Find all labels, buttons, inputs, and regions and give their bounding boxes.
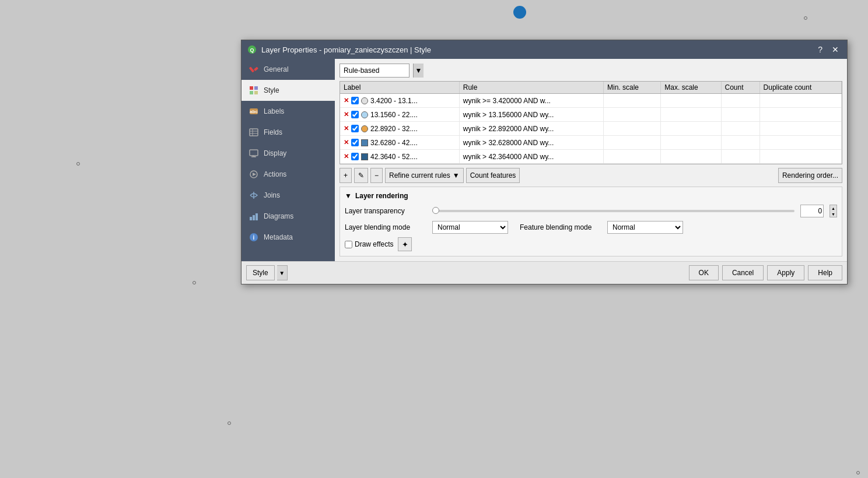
add-rule-button[interactable]: +	[340, 168, 352, 183]
table-row[interactable]: ✕ 32.6280 - 42.... wynik > 32.628000 AND…	[340, 136, 842, 150]
transparency-spin-buttons: ▲ ▼	[830, 205, 837, 217]
rule-max-scale-cell	[661, 94, 721, 108]
edit-icon: ✎	[358, 171, 364, 180]
count-features-button[interactable]: Count features	[466, 168, 520, 183]
sidebar-label-fields: Fields	[264, 128, 282, 136]
rendering-order-label: Rendering order...	[782, 171, 838, 180]
dialog-body: General Style abc Labels	[242, 59, 847, 261]
rendering-order-button[interactable]: Rendering order...	[778, 168, 842, 183]
sidebar-item-display[interactable]: Display	[242, 143, 335, 164]
transparency-value-input[interactable]: 0	[800, 205, 824, 217]
decorative-dot-3	[192, 281, 196, 284]
rule-count-cell	[721, 94, 760, 108]
remove-icon: −	[374, 171, 379, 180]
draw-effects-label: Draw effects	[355, 240, 393, 248]
rule-dup-count-cell	[760, 94, 841, 108]
ok-button[interactable]: OK	[689, 265, 719, 280]
transparency-label: Layer transparency	[345, 207, 426, 215]
sidebar-label-actions: Actions	[264, 170, 286, 178]
joins-icon	[249, 190, 259, 201]
draw-effects-settings-button[interactable]: ✦	[398, 237, 412, 251]
rule-min-scale-cell	[603, 122, 660, 136]
transparency-spin-up[interactable]: ▲	[830, 205, 836, 211]
rules-table-container: Label Rule Min. scale Max. scale Count D…	[340, 81, 842, 164]
content-panel: Rule-based ▼ Label Rule Min. scale Max. …	[335, 59, 847, 261]
decorative-dot-5	[856, 471, 860, 475]
close-button[interactable]: ✕	[830, 45, 841, 54]
rule-checkbox[interactable]	[351, 125, 359, 132]
rule-checkbox[interactable]	[351, 153, 359, 160]
rules-table: Label Rule Min. scale Max. scale Count D…	[340, 82, 842, 164]
layer-properties-dialog: Q Layer Properties - pomiary_zanieczyszc…	[241, 40, 848, 284]
table-row[interactable]: ✕ 22.8920 - 32.... wynik > 22.892000 AND…	[340, 122, 842, 136]
rule-remove-icon[interactable]: ✕	[344, 139, 349, 146]
rule-count-cell	[721, 136, 760, 150]
rule-actions-cell: ✕ 32.6280 - 42....	[340, 136, 459, 150]
bottom-bar: Style ▼ OK Cancel Apply Help	[242, 261, 847, 284]
style-type-dropdown-arrow[interactable]: ▼	[413, 64, 424, 78]
rule-dup-count-cell	[760, 122, 841, 136]
rule-checkbox[interactable]	[351, 111, 359, 118]
style-type-select[interactable]: Rule-based	[340, 64, 410, 78]
rule-actions: ✕ 32.6280 - 42....	[344, 139, 456, 147]
help-button[interactable]: ?	[816, 45, 825, 54]
rule-checkbox[interactable]	[351, 97, 359, 104]
rule-remove-icon[interactable]: ✕	[344, 97, 349, 104]
rule-min-scale-cell	[603, 108, 660, 122]
sidebar-item-joins[interactable]: Joins	[242, 185, 335, 206]
rule-checkbox[interactable]	[351, 139, 359, 146]
transparency-slider-container	[432, 210, 794, 212]
style-type-value: Rule-based	[344, 66, 379, 75]
apply-button[interactable]: Apply	[767, 265, 804, 280]
sidebar-item-actions[interactable]: Actions	[242, 164, 335, 185]
draw-effects-checkbox[interactable]	[345, 241, 352, 248]
cancel-button[interactable]: Cancel	[722, 265, 764, 280]
sidebar-item-style[interactable]: Style	[242, 80, 335, 101]
rule-remove-icon[interactable]: ✕	[344, 153, 349, 160]
rule-max-scale-cell	[661, 108, 721, 122]
actions-icon	[249, 169, 259, 180]
sidebar-item-fields[interactable]: Fields	[242, 122, 335, 143]
slider-thumb[interactable]	[432, 207, 439, 214]
rule-actions: ✕ 3.4200 - 13.1...	[344, 97, 456, 105]
table-row[interactable]: ✕ 42.3640 - 52.... wynik > 42.364000 AND…	[340, 150, 842, 164]
refine-rules-button[interactable]: Refine current rules ▼	[385, 168, 464, 183]
fields-icon	[249, 127, 259, 138]
table-row[interactable]: ✕ 13.1560 - 22.... wynik > 13.156000 AND…	[340, 108, 842, 122]
rule-actions-cell: ✕ 13.1560 - 22....	[340, 108, 459, 122]
dialog-titlebar: Q Layer Properties - pomiary_zanieczyszc…	[242, 40, 847, 59]
sidebar-item-labels[interactable]: abc Labels	[242, 101, 335, 122]
svg-text:Q: Q	[250, 47, 254, 53]
sidebar-item-metadata[interactable]: i Metadata	[242, 227, 335, 248]
style-save-button[interactable]: Style	[246, 265, 275, 280]
layer-rendering-section: ▼ Layer rendering Layer transparency 0 ▲…	[340, 187, 842, 256]
metadata-icon: i	[249, 232, 259, 242]
edit-rule-button[interactable]: ✎	[354, 168, 368, 183]
rule-dup-count-cell	[760, 108, 841, 122]
sidebar-item-diagrams[interactable]: Diagrams	[242, 206, 335, 227]
display-icon	[249, 148, 259, 159]
rule-remove-icon[interactable]: ✕	[344, 125, 349, 132]
style-selector-row: Rule-based ▼	[340, 64, 842, 78]
dialog-title: Layer Properties - pomiary_zanieczyszcze…	[261, 45, 431, 54]
help-dialog-button[interactable]: Help	[808, 265, 842, 280]
sidebar-label-display: Display	[264, 149, 286, 157]
rule-remove-icon[interactable]: ✕	[344, 111, 349, 118]
titlebar-controls: ? ✕	[816, 45, 841, 54]
sidebar-item-general[interactable]: General	[242, 59, 335, 80]
rule-label: 42.3640 - 52....	[370, 153, 418, 161]
rule-actions: ✕ 42.3640 - 52....	[344, 153, 456, 161]
feature-blending-select[interactable]: Normal	[607, 221, 683, 234]
remove-rule-button[interactable]: −	[370, 168, 383, 183]
rule-dup-count-cell	[760, 150, 841, 164]
table-row[interactable]: ✕ 3.4200 - 13.1... wynik >= 3.420000 AND…	[340, 94, 842, 108]
draw-effects-checkbox-label[interactable]: Draw effects	[345, 240, 393, 248]
layer-blending-select[interactable]: Normal	[432, 221, 508, 234]
decorative-dot-2	[76, 162, 80, 166]
star-icon: ✦	[402, 240, 408, 249]
blending-mode-label: Layer blending mode	[345, 223, 426, 231]
transparency-slider[interactable]	[432, 210, 794, 212]
style-dropdown-caret[interactable]: ▼	[277, 265, 288, 280]
rule-symbol	[361, 153, 368, 160]
transparency-spin-down[interactable]: ▼	[830, 211, 836, 217]
